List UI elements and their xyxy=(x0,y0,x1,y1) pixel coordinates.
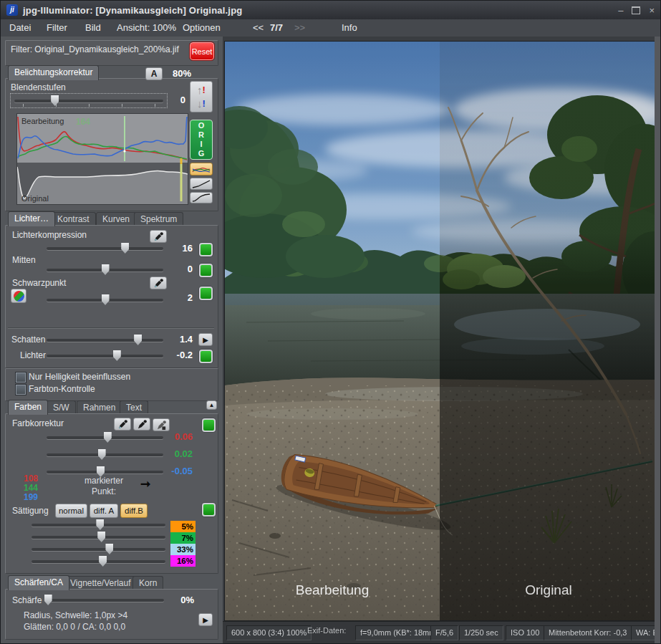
schatten-expand-button[interactable]: ▶ xyxy=(198,333,213,346)
title-bar[interactable]: ji jpg-Illuminator: [Dynamikausgleich] O… xyxy=(1,1,660,19)
saettigung-label: Sättigung xyxy=(12,506,49,516)
linear-curve-button[interactable] xyxy=(190,178,213,190)
histogram-mode-button[interactable] xyxy=(190,163,213,176)
menu-datei[interactable]: Datei xyxy=(9,22,31,33)
menu-info[interactable]: Info xyxy=(342,22,357,33)
saturation-chip-blue: 33% xyxy=(170,544,196,555)
tab-sw[interactable]: S/W xyxy=(47,400,76,415)
rgb-channels-button[interactable] xyxy=(11,289,26,303)
maximize-button[interactable] xyxy=(632,6,640,14)
slider-thumb[interactable] xyxy=(51,95,59,106)
lichterkompression-enable-indicator[interactable] xyxy=(199,243,213,256)
close-button[interactable]: × xyxy=(649,5,655,16)
tab-kontrast[interactable]: Kontrast xyxy=(51,212,96,226)
saturation-mode-diffb-button[interactable]: diff.B xyxy=(120,504,148,518)
linear-curve-icon xyxy=(192,180,211,188)
histogram-marker-value: 164 xyxy=(76,117,90,127)
tab-schaerfen-ca[interactable]: Schärfen/CA xyxy=(8,575,69,590)
menu-bar: Datei Filter Bild Ansicht: 100% Optionen… xyxy=(1,19,660,37)
schaerfe-slider[interactable] xyxy=(47,595,164,606)
mitten-slider[interactable] xyxy=(47,264,163,276)
green-correction-value: 0.02 xyxy=(167,448,193,459)
status-metering: Mittenbetont Korr: -0,3 xyxy=(544,625,632,640)
color-picker-dark-button[interactable] xyxy=(133,418,150,431)
saturation-mode-normal-button[interactable]: normal xyxy=(55,504,87,518)
clipping-warning-button[interactable]: ↑! ↓! xyxy=(190,81,213,112)
tab-rahmen[interactable]: Rahmen xyxy=(77,400,122,415)
schwarzpunkt-picker-button[interactable] xyxy=(150,277,167,289)
saturation-slider-2[interactable] xyxy=(32,532,165,543)
tab-korn[interactable]: Korn xyxy=(132,576,163,590)
farbkorrektur-label: Farbkorrektur xyxy=(12,418,64,428)
saturation-mode-diffa-button[interactable]: diff. A xyxy=(90,504,118,518)
show-original-button[interactable]: O R I G xyxy=(190,120,213,160)
lichter-enable-indicator[interactable] xyxy=(199,350,213,363)
rgb-circle-icon xyxy=(14,291,24,302)
window-title: jpg-Illuminator: [Dynamikausgleich] Orig… xyxy=(23,5,242,16)
eyedropper-icon xyxy=(153,278,164,289)
tab-kurven[interactable]: Kurven xyxy=(96,212,136,226)
tab-belichtungskorrektur[interactable]: Belichtungskorrektur xyxy=(8,65,99,80)
s-curve-button[interactable] xyxy=(190,192,213,203)
saturation-slider-3[interactable] xyxy=(32,544,165,555)
tab-text[interactable]: Text xyxy=(120,400,148,415)
tab-vignette-verlauf[interactable]: Vignette/Verlauf xyxy=(64,576,137,590)
nav-next-button[interactable]: >> xyxy=(294,22,305,33)
green-correction-slider[interactable] xyxy=(47,449,163,461)
red-correction-value: 0.06 xyxy=(167,431,193,442)
collapse-panel-button[interactable]: ▲ xyxy=(206,400,217,410)
tab-spektrum[interactable]: Spektrum xyxy=(134,212,183,226)
tab-lichter[interactable]: Lichter… xyxy=(8,211,55,226)
schwarzpunkt-label: Schwarzpunkt xyxy=(12,278,66,288)
color-picker-reset-button[interactable] xyxy=(153,418,170,431)
auto-exposure-button[interactable]: A xyxy=(145,67,163,80)
arrow-down-icon: ↓ xyxy=(197,97,203,110)
saturation-slider-4[interactable] xyxy=(32,556,165,567)
play-arrow-icon: ▶ xyxy=(203,336,208,344)
image-left-label: Bearbeitung xyxy=(296,582,369,597)
red-correction-slider[interactable] xyxy=(47,432,163,443)
saturation-slider-1[interactable] xyxy=(32,519,165,531)
menu-bild[interactable]: Bild xyxy=(85,22,101,33)
blendenstufen-label: Blendenstufen xyxy=(11,82,66,92)
image-preview[interactable]: Bearbeitung Original xyxy=(225,42,655,620)
farbkorrektur-enable-indicator[interactable] xyxy=(202,418,216,432)
helligkeit-checkbox-label[interactable]: Nur Helligkeit beeinflussen xyxy=(29,372,130,382)
marked-point-label-line1: markierter xyxy=(72,476,135,486)
blendenstufen-value: 0 xyxy=(160,95,185,105)
schaerfe-label: Schärfe xyxy=(12,595,42,605)
histogram-top-label: Bearbeitung xyxy=(21,117,64,125)
lichter-slider[interactable] xyxy=(47,350,163,362)
sharpen-expand-button[interactable]: ▶ xyxy=(198,613,213,626)
menu-filter[interactable]: Filter xyxy=(47,22,67,33)
farbton-checkbox-label[interactable]: Farbton-Kontrolle xyxy=(29,384,95,394)
histogram-chart: Bearbeitung 164 Original xyxy=(17,114,188,204)
farbton-checkbox[interactable] xyxy=(16,385,26,395)
tab-farben[interactable]: Farben xyxy=(8,400,48,415)
original-half-overlay xyxy=(440,42,655,620)
minimize-button[interactable]: – xyxy=(618,5,623,16)
reset-button[interactable]: Reset xyxy=(190,42,214,60)
nav-prev-button[interactable]: << xyxy=(253,22,264,33)
s-curve-icon xyxy=(192,193,211,202)
menu-optionen[interactable]: Optionen xyxy=(183,22,221,33)
histogram-panel[interactable]: Bearbeitung 164 Original xyxy=(16,113,188,205)
exposure-strength-value: 80% xyxy=(165,68,191,79)
schwarzpunkt-slider[interactable] xyxy=(47,294,163,306)
color-picker-light-button[interactable] xyxy=(114,418,131,431)
status-iso: ISO 100 xyxy=(506,625,544,640)
schwarzpunkt-enable-indicator[interactable] xyxy=(199,287,213,300)
lichterkompression-picker-button[interactable] xyxy=(150,230,167,243)
schatten-slider[interactable] xyxy=(47,335,163,346)
saettigung-enable-indicator[interactable] xyxy=(202,503,216,516)
marked-point-label-line2: Punkt: xyxy=(72,486,135,496)
blendenstufen-slider[interactable] xyxy=(10,93,168,108)
status-bar: 600 x 800 (3:4) 100% Exif-Daten: f=9,0mm… xyxy=(223,621,661,644)
slider-track[interactable] xyxy=(14,100,163,102)
menu-ansicht[interactable]: Ansicht: 100% xyxy=(117,22,176,33)
status-image-size: 600 x 800 (3:4) 100% xyxy=(226,625,312,640)
lichterkompression-slider[interactable] xyxy=(47,243,163,254)
mitten-enable-indicator[interactable] xyxy=(199,264,213,277)
eyedropper-icon xyxy=(137,419,148,430)
helligkeit-checkbox[interactable] xyxy=(16,373,26,383)
